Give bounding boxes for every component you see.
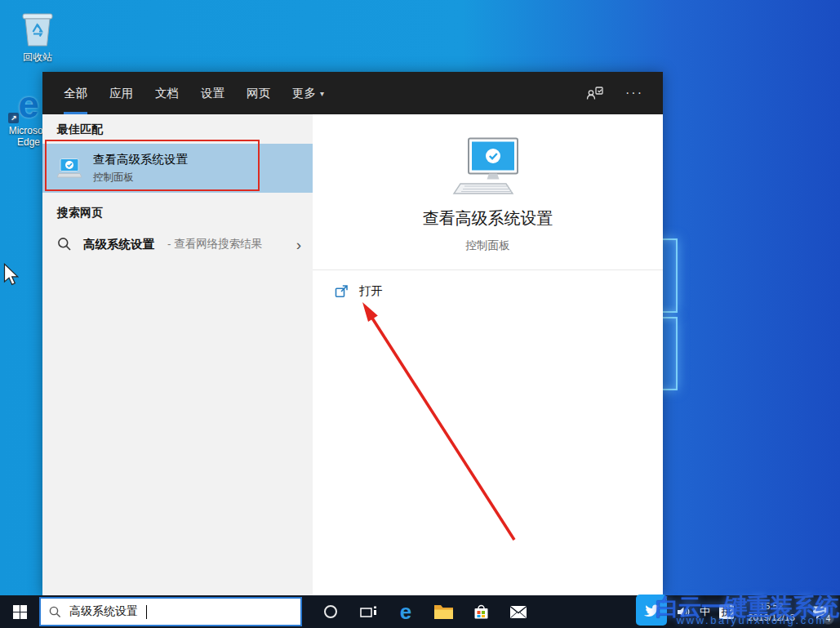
cortana-icon: [323, 604, 338, 619]
computer-preview-icon: [451, 137, 526, 198]
file-explorer-button[interactable]: [424, 595, 462, 628]
open-label: 打开: [359, 283, 383, 299]
web-search-query: 高级系统设置: [83, 237, 154, 252]
taskbar-search-input[interactable]: 高级系统设置: [69, 604, 138, 619]
best-match-subtitle: 控制面板: [93, 171, 188, 185]
shortcut-arrow-icon: ↗: [8, 113, 19, 123]
search-flyout: 全部 应用 文档 设置 网页 更多▾ ··· 最佳匹配: [42, 72, 663, 595]
tab-label: 更多: [292, 86, 316, 101]
web-search-section-title: 搜索网页: [42, 203, 313, 227]
text-caret: [146, 605, 147, 619]
store-button[interactable]: [462, 595, 500, 628]
store-icon: [473, 604, 490, 621]
edge-icon: e: [400, 599, 411, 625]
task-view-icon: [360, 605, 377, 619]
tab-documents[interactable]: 文档: [155, 72, 179, 114]
tab-label: 全部: [64, 86, 87, 101]
desktop-icon-label: 回收站: [23, 51, 52, 63]
search-results-list: 最佳匹配 查看高级系统设置 控制面板 搜索网页: [42, 114, 313, 595]
web-search-item[interactable]: 高级系统设置 - 查看网络搜索结果 ›: [42, 227, 313, 261]
web-search-suffix: - 查看网络搜索结果: [167, 237, 262, 252]
chevron-down-icon: ▾: [320, 89, 324, 98]
clock-date: 2019/12/13: [743, 612, 800, 623]
search-tabs: 全部 应用 文档 设置 网页 更多▾: [64, 72, 324, 114]
taskbar: 高级系统设置 e: [0, 595, 840, 628]
cortana-button[interactable]: [312, 595, 349, 628]
best-match-title: 查看高级系统设置: [93, 152, 188, 167]
tab-more[interactable]: 更多▾: [292, 72, 324, 114]
feedback-icon[interactable]: [586, 86, 604, 100]
desktop: 回收站 e ↗ Microsoft Edge 全部 应用 文档 设置 网页 更多…: [0, 0, 840, 595]
mail-button[interactable]: [500, 595, 537, 628]
volume-icon[interactable]: [677, 606, 691, 618]
tab-settings[interactable]: 设置: [201, 72, 224, 114]
taskbar-clock[interactable]: 15:52 2019/12/13: [743, 600, 800, 623]
more-options-icon[interactable]: ···: [625, 86, 643, 100]
tab-label: 文档: [155, 86, 179, 101]
system-settings-icon: [57, 158, 82, 179]
start-button[interactable]: [0, 595, 39, 628]
preview-title: 查看高级系统设置: [423, 207, 553, 229]
tab-label: 设置: [201, 86, 224, 101]
ime-language-indicator[interactable]: 中: [700, 604, 710, 619]
chevron-right-icon[interactable]: ›: [296, 237, 301, 252]
windows-logo-icon: [13, 605, 27, 619]
action-center-button[interactable]: 4: [809, 600, 832, 623]
tab-label: 应用: [109, 86, 133, 101]
edge-icon: e ↗: [11, 87, 47, 122]
notification-badge: 4: [822, 612, 834, 625]
open-action[interactable]: 打开: [313, 270, 663, 299]
open-icon: [335, 284, 349, 298]
twitter-bird-icon: [642, 601, 661, 620]
search-icon: [57, 237, 72, 252]
mouse-cursor: [3, 263, 19, 286]
best-match-item[interactable]: 查看高级系统设置 控制面板: [42, 144, 313, 193]
system-tray: 中 拼 15:52 2019/12/13 4: [677, 600, 840, 623]
search-icon: [49, 606, 61, 618]
search-tabs-bar: 全部 应用 文档 设置 网页 更多▾ ···: [42, 72, 663, 114]
mail-icon: [509, 605, 527, 619]
tab-label: 网页: [247, 86, 270, 101]
search-preview-pane: 查看高级系统设置 控制面板 打开: [313, 114, 663, 595]
clock-time: 15:52: [743, 600, 800, 612]
folder-icon: [433, 604, 454, 620]
best-match-section-title: 最佳匹配: [42, 119, 313, 144]
taskbar-search-box[interactable]: 高级系统设置: [39, 597, 302, 626]
tab-all[interactable]: 全部: [64, 72, 87, 114]
edge-taskbar-button[interactable]: e: [387, 595, 424, 628]
tab-apps[interactable]: 应用: [109, 72, 133, 114]
recycle-bin-icon: [16, 8, 59, 49]
tab-web[interactable]: 网页: [247, 72, 270, 114]
ime-mode-indicator[interactable]: 拼: [719, 604, 734, 619]
task-view-button[interactable]: [349, 595, 387, 628]
twitter-button[interactable]: [636, 595, 667, 626]
preview-subtitle: 控制面板: [466, 238, 510, 253]
desktop-icon-recycle-bin[interactable]: 回收站: [8, 8, 67, 63]
